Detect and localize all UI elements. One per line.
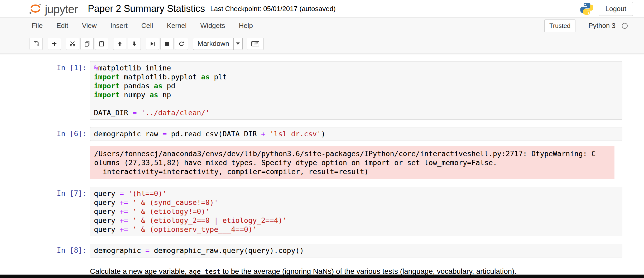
code-input[interactable]: demographic = demographic_raw.query(quer… (90, 244, 622, 257)
command-palette-button[interactable] (247, 38, 264, 50)
code-cell: In [8]:demographic = demographic_raw.que… (29, 244, 644, 257)
menu-file[interactable]: File (32, 22, 50, 30)
paste-icon (98, 41, 105, 47)
arrow-down-icon (131, 41, 137, 47)
trusted-button[interactable]: Trusted (544, 20, 575, 32)
checkpoint-status: Last Checkpoint: 05/01/2017 (autosaved) (210, 5, 336, 13)
save-icon (33, 41, 39, 47)
save-button[interactable] (30, 38, 43, 50)
restart-kernel-button[interactable] (175, 38, 188, 50)
move-cell-up-button[interactable] (113, 38, 126, 50)
menu-widgets[interactable]: Widgets (194, 22, 232, 30)
keyboard-icon (251, 41, 259, 47)
plus-icon (51, 41, 57, 47)
menu-kernel[interactable]: Kernel (160, 22, 193, 30)
input-prompt: In [6]: (29, 127, 90, 141)
menu-help[interactable]: Help (232, 22, 260, 30)
menu-view[interactable]: View (75, 22, 104, 30)
cell-output: /Users/fonnescj/anaconda3/envs/dev/lib/p… (29, 146, 644, 179)
code-cell: In [7]:query = '(hl==0)'query += ' & (sy… (29, 187, 644, 236)
notebook-header: jupyter Paper 2 Summary Statistics Last … (0, 0, 644, 17)
menu-insert[interactable]: Insert (104, 22, 134, 30)
menubar-right: Trusted Python 3 (544, 20, 628, 32)
arrow-up-icon (117, 41, 123, 47)
run-icon (149, 41, 156, 47)
celltype-value: Markdown (193, 40, 233, 48)
code-input[interactable]: demographic_raw = pd.read_csv(DATA_DIR +… (90, 127, 622, 141)
output-prompt (29, 146, 90, 179)
divider (582, 20, 582, 31)
notebook-title[interactable]: Paper 2 Summary Statistics (88, 3, 205, 14)
code-cell: In [1]:%matplotlib inlineimport matplotl… (29, 61, 644, 120)
notebook: In [1]:%matplotlib inlineimport matplotl… (29, 54, 644, 277)
logout-button[interactable]: Logout (599, 2, 633, 16)
toolbar: Markdown (0, 34, 644, 54)
input-prompt: In [7]: (29, 187, 90, 236)
kernel-idle-icon (622, 23, 628, 29)
header-right: Logout (580, 2, 633, 16)
jupyter-wordmark: jupyter (45, 3, 78, 16)
scissors-icon (69, 41, 76, 47)
input-prompt: In [8]: (29, 244, 90, 257)
kernel-name: Python 3 (588, 22, 616, 30)
code-cell: In [6]:demographic_raw = pd.read_csv(DAT… (29, 127, 644, 141)
paste-cell-button[interactable] (95, 38, 108, 50)
code-text: %matplotlib inlineimport matplotlib.pypl… (94, 64, 618, 117)
stop-icon (164, 41, 170, 47)
chevron-down-icon (233, 38, 242, 50)
jupyter-icon (28, 2, 42, 16)
menu-edit[interactable]: Edit (50, 22, 75, 30)
move-cell-down-button[interactable] (128, 38, 141, 50)
jupyter-logo[interactable]: jupyter (28, 2, 78, 16)
code-text: query = '(hl==0)'query += ' & (synd_caus… (94, 189, 618, 234)
copy-cell-button[interactable] (80, 38, 94, 50)
menubar: File Edit View Insert Cell Kernel Widget… (0, 17, 644, 34)
code-input[interactable]: query = '(hl==0)'query += ' & (synd_caus… (90, 187, 622, 236)
screen-edge-strip (0, 275, 644, 278)
interrupt-kernel-button[interactable] (160, 38, 174, 50)
refresh-icon (178, 41, 185, 47)
stderr-output: /Users/fonnescj/anaconda3/envs/dev/lib/p… (90, 146, 614, 179)
cut-cell-button[interactable] (66, 38, 79, 50)
celltype-dropdown[interactable]: Markdown (193, 38, 243, 50)
copy-icon (84, 41, 90, 47)
run-cell-button[interactable] (146, 38, 159, 50)
code-input[interactable]: %matplotlib inlineimport matplotlib.pypl… (90, 61, 622, 120)
code-text: demographic_raw = pd.read_csv(DATA_DIR +… (94, 130, 618, 138)
python-icon (580, 2, 594, 16)
input-prompt: In [1]: (29, 61, 90, 120)
code-text: demographic = demographic_raw.query(quer… (94, 246, 618, 255)
insert-cell-below-button[interactable] (48, 38, 61, 50)
menu-cell[interactable]: Cell (134, 22, 160, 30)
